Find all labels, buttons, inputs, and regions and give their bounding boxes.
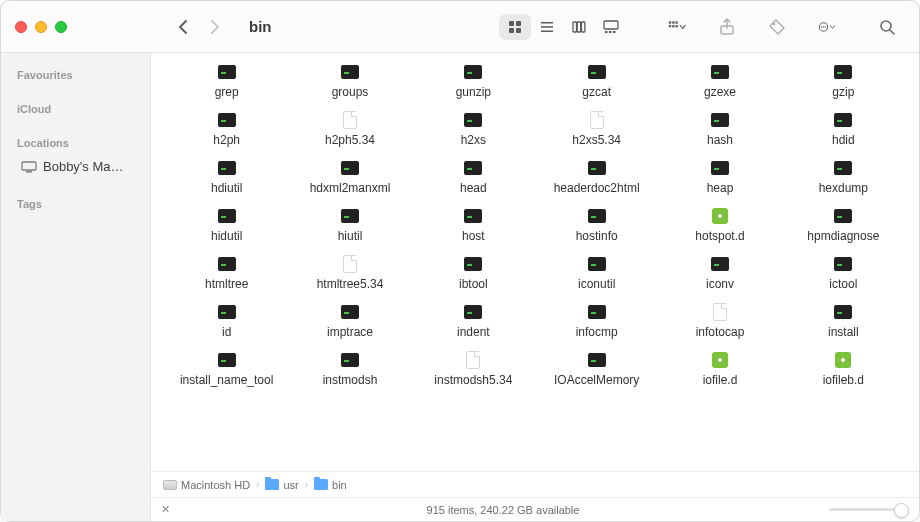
- tags-button[interactable]: [759, 12, 795, 42]
- sidebar-section-icloud[interactable]: iCloud: [1, 97, 150, 117]
- file-item[interactable]: instmodsh: [292, 349, 407, 389]
- view-columns-button[interactable]: [563, 14, 595, 40]
- executable-icon: [218, 113, 236, 127]
- file-name: infocmp: [576, 325, 618, 339]
- file-item[interactable]: infotocap: [662, 301, 777, 341]
- file-item[interactable]: iofile.d: [662, 349, 777, 389]
- file-item[interactable]: iofileb.d: [786, 349, 901, 389]
- svg-point-21: [773, 22, 775, 24]
- executable-icon: [464, 305, 482, 319]
- file-item[interactable]: IOAccelMemory: [539, 349, 654, 389]
- file-item[interactable]: h2ph: [169, 109, 284, 149]
- file-item[interactable]: gzexe: [662, 61, 777, 101]
- svg-rect-4: [541, 22, 553, 24]
- file-name: install: [828, 325, 859, 339]
- file-item[interactable]: host: [416, 205, 531, 245]
- file-item[interactable]: hiutil: [292, 205, 407, 245]
- chevron-right-icon: ›: [256, 479, 259, 490]
- file-name: gzexe: [704, 85, 736, 99]
- file-item[interactable]: htmltree: [169, 253, 284, 293]
- executable-icon: [218, 353, 236, 367]
- file-name: instmodsh5.34: [434, 373, 512, 387]
- file-item[interactable]: hotspot.d: [662, 205, 777, 245]
- close-status-button[interactable]: ✕: [161, 503, 177, 516]
- view-icons-button[interactable]: [499, 14, 531, 40]
- file-item[interactable]: gunzip: [416, 61, 531, 101]
- file-item[interactable]: ibtool: [416, 253, 531, 293]
- path-item-root[interactable]: Macintosh HD: [163, 479, 250, 491]
- file-item[interactable]: hdid: [786, 109, 901, 149]
- share-button[interactable]: [709, 12, 745, 42]
- file-item[interactable]: id: [169, 301, 284, 341]
- nav-back-button[interactable]: [169, 13, 197, 41]
- file-item[interactable]: infocmp: [539, 301, 654, 341]
- file-item[interactable]: grep: [169, 61, 284, 101]
- sidebar-section-locations[interactable]: Locations: [1, 131, 150, 151]
- file-item[interactable]: h2ph5.34: [292, 109, 407, 149]
- sidebar-section-favourites[interactable]: Favourites: [1, 63, 150, 83]
- close-window-button[interactable]: [15, 21, 27, 33]
- fullscreen-window-button[interactable]: [55, 21, 67, 33]
- file-item[interactable]: hpmdiagnose: [786, 205, 901, 245]
- file-item[interactable]: ictool: [786, 253, 901, 293]
- executable-icon: [218, 209, 236, 223]
- file-item[interactable]: hdxml2manxml: [292, 157, 407, 197]
- minimize-window-button[interactable]: [35, 21, 47, 33]
- file-item[interactable]: hdiutil: [169, 157, 284, 197]
- svg-rect-19: [675, 24, 677, 26]
- executable-icon: [834, 65, 852, 79]
- executable-icon: [588, 353, 606, 367]
- path-item-usr[interactable]: usr: [265, 479, 298, 491]
- search-button[interactable]: [869, 12, 905, 42]
- file-item[interactable]: hidutil: [169, 205, 284, 245]
- file-item[interactable]: hash: [662, 109, 777, 149]
- file-item[interactable]: h2xs5.34: [539, 109, 654, 149]
- executable-icon: [711, 161, 729, 175]
- file-name: hdiutil: [211, 181, 242, 195]
- file-name: grep: [215, 85, 239, 99]
- nav-forward-button[interactable]: [201, 13, 229, 41]
- window-controls: [15, 21, 75, 33]
- file-item[interactable]: heap: [662, 157, 777, 197]
- file-item[interactable]: htmltree5.34: [292, 253, 407, 293]
- executable-icon: [218, 257, 236, 271]
- group-by-button[interactable]: [659, 12, 695, 42]
- file-item[interactable]: imptrace: [292, 301, 407, 341]
- svg-rect-9: [581, 22, 585, 32]
- file-item[interactable]: headerdoc2html: [539, 157, 654, 197]
- executable-icon: [711, 65, 729, 79]
- executable-icon: [834, 113, 852, 127]
- icon-size-slider[interactable]: [829, 508, 909, 511]
- executable-icon: [834, 257, 852, 271]
- action-menu-button[interactable]: [809, 12, 845, 42]
- file-grid-scroll[interactable]: grepgroupsgunzipgzcatgzexegziph2phh2ph5.…: [151, 53, 919, 471]
- file-item[interactable]: iconv: [662, 253, 777, 293]
- file-item[interactable]: gzcat: [539, 61, 654, 101]
- file-item[interactable]: gzip: [786, 61, 901, 101]
- file-item[interactable]: instmodsh5.34: [416, 349, 531, 389]
- file-name: hdxml2manxml: [310, 181, 391, 195]
- executable-icon: [218, 305, 236, 319]
- executable-icon: [218, 65, 236, 79]
- file-item[interactable]: install: [786, 301, 901, 341]
- file-item[interactable]: h2xs: [416, 109, 531, 149]
- file-name: h2xs5.34: [572, 133, 621, 147]
- sidebar-item-computer[interactable]: Bobby's Ma…: [7, 155, 144, 178]
- view-mode-toggle: [499, 14, 627, 40]
- file-item[interactable]: head: [416, 157, 531, 197]
- path-item-bin[interactable]: bin: [314, 479, 347, 491]
- file-item[interactable]: hostinfo: [539, 205, 654, 245]
- status-text: 915 items, 240.22 GB available: [177, 504, 829, 516]
- file-item[interactable]: install_name_tool: [169, 349, 284, 389]
- svg-rect-11: [605, 31, 608, 33]
- file-item[interactable]: iconutil: [539, 253, 654, 293]
- svg-rect-6: [541, 30, 553, 32]
- view-gallery-button[interactable]: [595, 14, 627, 40]
- view-list-button[interactable]: [531, 14, 563, 40]
- file-item[interactable]: indent: [416, 301, 531, 341]
- path-label: Macintosh HD: [181, 479, 250, 491]
- file-item[interactable]: groups: [292, 61, 407, 101]
- file-item[interactable]: hexdump: [786, 157, 901, 197]
- sidebar-section-tags[interactable]: Tags: [1, 192, 150, 212]
- file-name: iofile.d: [703, 373, 738, 387]
